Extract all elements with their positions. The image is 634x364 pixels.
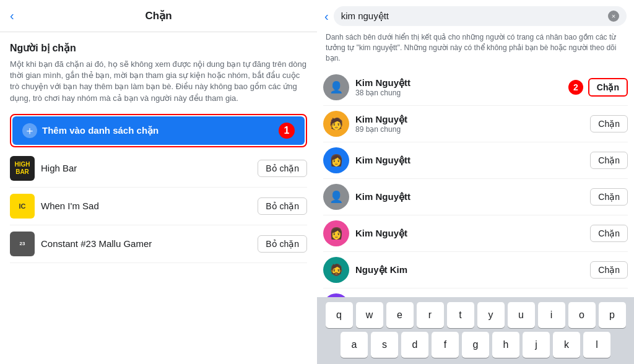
- result-info-1: Kim Nguyệt 89 bạn chung: [355, 114, 590, 134]
- key-p[interactable]: p: [599, 302, 626, 328]
- result-name-0: Kim Nguyệtt: [355, 77, 568, 89]
- result-name-2: Kim Nguyệtt: [355, 155, 590, 166]
- blocked-item-highbar: HIGHBAR High Bar Bỏ chặn: [10, 150, 307, 188]
- step2-badge: 2: [568, 80, 583, 95]
- left-back-button[interactable]: ‹: [10, 9, 14, 23]
- blocked-name-constant: Constant #23 Mallu Gamer: [41, 238, 258, 249]
- result-avatar-0: 👤: [323, 74, 349, 100]
- key-w[interactable]: w: [356, 302, 383, 328]
- result-info-3: Kim Nguyệtt: [355, 191, 590, 202]
- right-header: ‹ ×: [317, 0, 634, 32]
- virtual-keyboard: q w e r t y u i o p a s d f g h j k l: [317, 297, 634, 364]
- step1-badge: 1: [279, 123, 295, 139]
- result-name-1: Kim Nguyệt: [355, 114, 590, 125]
- section-title: Người bị chặn: [10, 42, 307, 54]
- key-i[interactable]: i: [538, 302, 565, 328]
- highbar-avatar: HIGHBAR: [10, 156, 35, 181]
- search-bar: ×: [334, 6, 627, 26]
- avatar-img-1: 🧑: [329, 117, 343, 131]
- blocked-name-highbar: High Bar: [41, 163, 258, 173]
- unblock-constant-button[interactable]: Bỏ chặn: [258, 235, 307, 253]
- key-k[interactable]: k: [553, 332, 580, 358]
- key-u[interactable]: u: [508, 302, 535, 328]
- key-e[interactable]: e: [386, 302, 414, 328]
- block-button-1[interactable]: Chặn: [590, 115, 628, 132]
- plus-icon: ＋: [22, 123, 37, 138]
- result-info-5: Nguyệt Kim: [355, 264, 590, 275]
- key-g[interactable]: g: [462, 332, 489, 358]
- result-avatar-2: 👩: [323, 147, 349, 173]
- right-panel: ‹ × Danh sách bên dưới hiển thị kết quả …: [317, 0, 634, 364]
- result-item-1: 🧑 Kim Nguyệt 89 bạn chung Chặn: [323, 106, 628, 142]
- search-results-list: 👤 Kim Nguyệtt 38 bạn chung 2 Chặn 🧑 Kim …: [317, 69, 634, 297]
- add-button-container: ＋ Thêm vào danh sách chặn 1: [10, 114, 307, 147]
- key-t[interactable]: t: [447, 302, 474, 328]
- add-to-blocklist-button[interactable]: ＋ Thêm vào danh sách chặn 1: [12, 116, 305, 145]
- block-button-0[interactable]: Chặn: [588, 78, 628, 97]
- search-input[interactable]: [341, 11, 604, 22]
- result-action-0: 2 Chặn: [568, 78, 628, 97]
- avatar-icon-0: 👤: [329, 80, 343, 94]
- clear-icon: ×: [612, 12, 615, 20]
- result-item-3: 👤 Kim Nguyệtt Chặn: [323, 179, 628, 215]
- key-l[interactable]: l: [583, 332, 610, 358]
- result-avatar-5: 🧔: [323, 257, 349, 283]
- key-h[interactable]: h: [492, 332, 519, 358]
- key-d[interactable]: d: [401, 332, 428, 358]
- search-description: Danh sách bên dưới hiển thị kết quả cho …: [317, 32, 634, 69]
- result-name-3: Kim Nguyệtt: [355, 191, 590, 202]
- key-r[interactable]: r: [417, 302, 444, 328]
- left-header: ‹ Chặn: [0, 0, 317, 32]
- avatar-img-2: 👩: [329, 154, 343, 167]
- key-j[interactable]: j: [523, 332, 550, 358]
- avatar-img-5: 🧔: [329, 263, 343, 277]
- keyboard-row-1: q w e r t y u i o p: [319, 302, 632, 328]
- key-f[interactable]: f: [432, 332, 459, 358]
- whenimsd-avatar: IC: [10, 194, 35, 219]
- left-content: Người bị chặn Một khi bạn đã chặn ai đó,…: [0, 32, 317, 364]
- section-desc: Một khi bạn đã chặn ai đó, họ sẽ không x…: [10, 59, 307, 104]
- avatar-img-3: 👤: [329, 190, 343, 204]
- result-item-4: 👩 Kim Nguyệt Chặn: [323, 215, 628, 252]
- left-panel-title: Chặn: [145, 9, 172, 22]
- block-button-5[interactable]: Chặn: [590, 261, 628, 279]
- result-item-0: 👤 Kim Nguyệtt 38 bạn chung 2 Chặn: [323, 69, 628, 106]
- result-avatar-4: 👩: [323, 220, 349, 246]
- key-q[interactable]: q: [326, 302, 353, 328]
- unblock-highbar-button[interactable]: Bỏ chặn: [258, 160, 307, 177]
- block-button-3[interactable]: Chặn: [590, 188, 628, 206]
- result-mutual-0: 38 bạn chung: [355, 89, 568, 97]
- result-info-0: Kim Nguyệtt 38 bạn chung: [355, 77, 568, 97]
- result-avatar-3: 👤: [323, 184, 349, 210]
- key-y[interactable]: y: [477, 302, 505, 328]
- result-item-5: 🧔 Nguyệt Kim Chặn: [323, 252, 628, 288]
- result-item-2: 👩 Kim Nguyệtt Chặn: [323, 142, 628, 179]
- result-item-6: 👩 Trương Kim Nguyệt 14 bạn chung Chặn: [323, 288, 628, 297]
- result-avatar-1: 🧑: [323, 111, 349, 137]
- search-clear-button[interactable]: ×: [608, 11, 619, 22]
- result-mutual-1: 89 bạn chung: [355, 125, 590, 134]
- result-name-4: Kim Nguyệt: [355, 228, 590, 239]
- blocked-name-whenimsd: When I'm Sad: [41, 201, 258, 211]
- left-panel: ‹ Chặn Người bị chặn Một khi bạn đã chặn…: [0, 0, 317, 364]
- add-button-label: Thêm vào danh sách chặn: [42, 125, 158, 136]
- unblock-whenimsd-button[interactable]: Bỏ chặn: [258, 197, 307, 215]
- blocked-item-constant: 23 Constant #23 Mallu Gamer Bỏ chặn: [10, 225, 307, 263]
- key-o[interactable]: o: [568, 302, 596, 328]
- avatar-img-4: 👩: [329, 227, 343, 240]
- right-back-button[interactable]: ‹: [324, 9, 329, 24]
- key-s[interactable]: s: [371, 332, 398, 358]
- result-info-2: Kim Nguyệtt: [355, 155, 590, 166]
- result-name-5: Nguyệt Kim: [355, 264, 590, 275]
- keyboard-row-2: a s d f g h j k l: [319, 332, 632, 358]
- blocked-item-whenimsd: IC When I'm Sad Bỏ chặn: [10, 188, 307, 225]
- block-button-2[interactable]: Chặn: [590, 152, 628, 169]
- result-info-4: Kim Nguyệt: [355, 228, 590, 239]
- block-button-4[interactable]: Chặn: [590, 225, 628, 242]
- key-a[interactable]: a: [341, 332, 368, 358]
- constant-avatar: 23: [10, 232, 35, 256]
